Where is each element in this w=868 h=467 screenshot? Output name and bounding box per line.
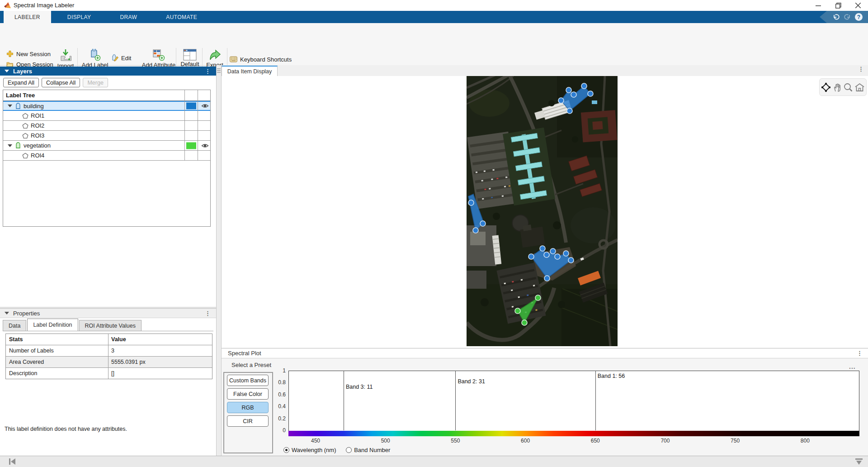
tree-label: ROI4 (31, 152, 44, 159)
tree-row-building[interactable]: building (3, 101, 210, 111)
label-tag-icon (15, 142, 21, 149)
col-header-value: Value (111, 334, 126, 345)
axes-toolbar (819, 78, 867, 96)
band-marker-line[interactable] (455, 371, 456, 430)
roi-polygon-icon (22, 113, 28, 119)
document-tab-bar (222, 65, 868, 76)
spectral-plot-header[interactable]: Spectral Plot ⋮ (222, 348, 868, 358)
collapse-bottom-icon[interactable] (854, 458, 863, 465)
wavelength-radio[interactable]: Wavelength (nm) (283, 447, 336, 453)
collapse-all-button[interactable]: Collapse All (42, 78, 80, 87)
tree-label: vegetation (24, 142, 51, 149)
image-canvas[interactable] (222, 76, 868, 348)
visibility-toggle[interactable] (199, 103, 210, 109)
false-color-button[interactable]: False Color (227, 388, 269, 400)
x-tick-label: 650 (582, 438, 609, 444)
tab-display[interactable]: DISPLAY (57, 11, 102, 23)
custom-bands-button[interactable]: Custom Bands (227, 375, 269, 386)
keyboard-shortcuts-button[interactable]: Keyboard Shortcuts (230, 55, 292, 64)
redo-icon[interactable] (844, 14, 851, 20)
roi-select-icon[interactable] (821, 82, 831, 92)
new-session-icon (6, 50, 14, 57)
grid-line (108, 334, 108, 345)
restore-button[interactable] (828, 0, 848, 11)
expander-icon[interactable] (8, 105, 12, 107)
tab-data-item-display[interactable]: Data Item Display (222, 66, 278, 76)
eye-icon (201, 143, 209, 148)
band-number-radio[interactable]: Band Number (346, 447, 390, 453)
matlab-logo-icon (4, 2, 11, 9)
tab-label-definition[interactable]: Label Definition (27, 319, 78, 331)
tree-row-roi2[interactable]: ROI2 (3, 121, 210, 131)
stat-name: Description (9, 368, 38, 379)
tab-labeler[interactable]: LABELER (4, 11, 51, 23)
tab-automate[interactable]: AUTOMATE (155, 11, 208, 23)
properties-menu-icon[interactable]: ⋮ (205, 312, 211, 315)
layers-menu-icon[interactable]: ⋮ (205, 70, 211, 72)
table-row[interactable]: Number of Labels 3 (6, 345, 212, 357)
band-marker-label: Band 2: 31 (458, 378, 485, 385)
pan-hand-icon[interactable] (832, 82, 842, 92)
tree-row-vegetation[interactable]: vegetation (3, 141, 210, 151)
tab-data[interactable]: Data (3, 320, 26, 331)
x-tick-label: 700 (651, 438, 679, 444)
band-marker-line[interactable] (595, 371, 596, 430)
panel-splitter-vertical[interactable] (216, 65, 222, 456)
document-tab-menu-icon[interactable]: ⋮ (858, 68, 864, 70)
tree-label: ROI2 (31, 122, 44, 129)
tree-row-roi3[interactable]: ROI3 (3, 131, 210, 141)
tree-row-roi1[interactable]: ROI1 (3, 111, 210, 121)
help-icon[interactable]: ? (855, 13, 863, 21)
table-row[interactable]: Area Covered 5555.0391 px (6, 357, 212, 368)
properties-panel-header[interactable]: Properties ⋮ (0, 308, 216, 318)
tab-draw[interactable]: DRAW (109, 11, 148, 23)
visibility-toggle[interactable] (199, 143, 210, 148)
hyperspectral-image[interactable] (467, 76, 618, 346)
more-options-button[interactable]: ... (849, 363, 856, 370)
spectral-plot-menu-icon[interactable]: ⋮ (857, 352, 863, 354)
restore-icon (835, 3, 841, 9)
cir-button[interactable]: CIR (227, 415, 269, 427)
band-marker-line[interactable] (344, 371, 344, 430)
spectral-plot-title: Spectral Plot (228, 350, 261, 357)
expander-icon[interactable] (8, 144, 12, 147)
collapse-panel-icon[interactable] (5, 312, 9, 315)
tab-roi-attribute-values[interactable]: ROI Attribute Values (79, 320, 142, 331)
undo-icon[interactable] (832, 14, 840, 20)
minimize-button[interactable] (808, 0, 828, 11)
tree-row-roi4[interactable]: ROI4 (3, 151, 210, 161)
stat-value: [] (111, 368, 114, 379)
add-attribute-definition-icon (152, 49, 165, 62)
layers-panel-header[interactable]: Layers ⋮ (0, 67, 216, 76)
wavelength-radio-label: Wavelength (nm) (292, 447, 336, 453)
splitter-handle-icon (217, 68, 221, 73)
label-color-swatch[interactable] (186, 103, 196, 110)
merge-button: Merge (83, 78, 108, 87)
table-row[interactable]: Description [] (6, 368, 212, 379)
home-icon[interactable] (854, 82, 865, 92)
quick-access-toolbar: ? (820, 11, 868, 23)
label-tree: Label Tree building ROI1 (3, 90, 211, 227)
app-window: Spectral Image Labeler LABELER DISPLAY D… (0, 0, 868, 467)
band-marker-label: Band 3: 11 (346, 384, 373, 390)
close-button[interactable] (848, 0, 868, 11)
properties-tabs: Data Label Definition ROI Attribute Valu… (3, 319, 213, 331)
ribbon-tab-bar: LABELER DISPLAY DRAW AUTOMATE (0, 11, 868, 23)
import-icon (60, 49, 71, 62)
collapse-panel-icon[interactable] (5, 70, 9, 72)
attributes-note: This label definition does not have any … (5, 426, 127, 432)
spectral-plot-axes[interactable] (288, 371, 859, 431)
new-session-button[interactable]: New Session (6, 49, 51, 58)
rgb-button[interactable]: RGB (227, 402, 269, 413)
wavelength-colorbar (288, 431, 859, 436)
label-color-swatch[interactable] (186, 142, 196, 149)
collapse-left-icon[interactable] (8, 458, 16, 465)
grid-line (108, 357, 108, 367)
zoom-icon[interactable] (843, 82, 853, 92)
tab-label: Data Item Display (227, 68, 272, 75)
expand-all-button[interactable]: Expand All (3, 78, 39, 87)
x-tick-label: 800 (792, 438, 819, 444)
edit-button[interactable]: Edit (111, 53, 131, 62)
stat-name: Number of Labels (9, 345, 54, 356)
radio-icon (283, 447, 289, 453)
